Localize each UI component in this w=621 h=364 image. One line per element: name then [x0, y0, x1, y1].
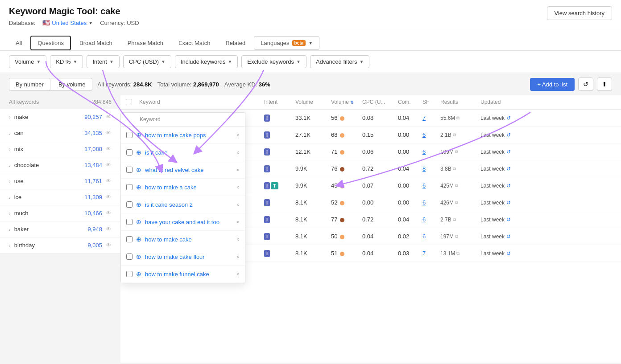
list-item[interactable]: › can 34,135 👁: [0, 125, 120, 141]
eye-icon[interactable]: 👁: [106, 242, 112, 249]
list-item[interactable]: › baker 9,948 👁: [0, 221, 120, 237]
popup-checkbox[interactable]: [126, 184, 132, 190]
eye-icon[interactable]: 👁: [106, 114, 112, 120]
sidebar-count: 9,948: [87, 226, 102, 233]
add-to-list-button[interactable]: + Add to list: [530, 78, 575, 91]
popup-checkbox[interactable]: [126, 132, 132, 138]
popup-keyword-link[interactable]: is it cake season 2: [145, 201, 233, 208]
kd-cell: 68: [331, 131, 362, 138]
popup-row[interactable]: ⊕ how to make a cake »: [121, 179, 245, 196]
popup-row[interactable]: ⊕ is it cake season 2 »: [121, 196, 245, 213]
sf-cell[interactable]: 6: [422, 233, 440, 240]
popup-row[interactable]: ⊕ have your cake and eat it too »: [121, 213, 245, 231]
all-keywords-label: All keywords:: [98, 81, 132, 88]
advanced-filters-button[interactable]: Advanced filters ▼: [310, 55, 369, 68]
sf-cell[interactable]: 6: [422, 131, 440, 138]
keyword-column-header[interactable]: Keyword: [139, 99, 264, 105]
results-column-header[interactable]: Results: [440, 99, 480, 105]
popup-checkbox[interactable]: [126, 201, 132, 208]
popup-row[interactable]: ⊕ is it cake »: [121, 144, 245, 161]
cpc-cell: 0.04: [362, 250, 398, 257]
eye-icon[interactable]: 👁: [106, 210, 112, 217]
eye-icon[interactable]: 👁: [106, 178, 112, 184]
sf-cell[interactable]: 8: [422, 165, 440, 172]
exclude-keywords-filter[interactable]: Exclude keywords ▼: [241, 55, 306, 68]
kd-column-header[interactable]: Volume ⇅: [331, 99, 362, 105]
popup-keyword-link[interactable]: how to make cake pops: [145, 132, 233, 139]
export-button[interactable]: ⬆: [597, 78, 612, 91]
popup-row[interactable]: ⊕ how to make cake »: [121, 231, 245, 248]
tab-all[interactable]: All: [9, 36, 29, 50]
popup-keyword-link[interactable]: how to make a cake: [145, 184, 233, 191]
popup-row[interactable]: ⊕ what is red velvet cake »: [121, 161, 245, 179]
tab-broad-match[interactable]: Broad Match: [73, 36, 119, 50]
list-item[interactable]: › chocolate 13,484 👁: [0, 157, 120, 173]
popup-checkbox[interactable]: [126, 219, 132, 225]
cpc-column-header[interactable]: CPC (U...: [362, 99, 398, 105]
popup-row[interactable]: ⊕ how to make funnel cake »: [121, 266, 245, 283]
sf-cell[interactable]: 6: [422, 216, 440, 223]
eye-icon[interactable]: 👁: [106, 226, 112, 233]
tab-exact-match[interactable]: Exact Match: [172, 36, 217, 50]
popup-checkbox[interactable]: [126, 167, 132, 173]
chevron-down-icon: ▼: [161, 59, 166, 64]
results-cell: 2.7B ⧉: [440, 217, 480, 223]
popup-row[interactable]: ⊕ how to make cake pops »: [121, 127, 245, 144]
popup-keyword-link[interactable]: have your cake and eat it too: [145, 219, 233, 225]
sf-cell[interactable]: 7: [422, 115, 440, 121]
intent-column-header[interactable]: Intent: [264, 99, 295, 105]
eye-icon[interactable]: 👁: [106, 194, 112, 200]
sf-cell[interactable]: 6: [422, 148, 440, 155]
refresh-button[interactable]: ↺: [578, 78, 593, 91]
cpc-filter[interactable]: CPC (USD) ▼: [123, 55, 171, 68]
com-column-header[interactable]: Com.: [398, 99, 422, 105]
by-volume-button[interactable]: By volume: [52, 78, 92, 90]
volume-filter[interactable]: Volume ▼: [9, 55, 46, 68]
intent-filter[interactable]: Intent ▼: [87, 55, 119, 68]
popup-keyword-link[interactable]: how to make cake flour: [145, 254, 233, 260]
tab-questions[interactable]: Questions: [30, 36, 71, 50]
tab-phrase-match[interactable]: Phrase Match: [121, 36, 170, 50]
updated-cell: Last week ↺: [480, 250, 525, 257]
kd-filter[interactable]: KD % ▼: [50, 55, 83, 68]
tab-languages[interactable]: Languages beta ▼: [254, 36, 319, 50]
sf-cell[interactable]: 6: [422, 199, 440, 206]
sf-column-header[interactable]: SF: [422, 99, 440, 105]
sidebar-count: 9,005: [87, 242, 102, 249]
popup-keyword-link[interactable]: is it cake: [145, 149, 233, 156]
com-cell: 0.04: [398, 115, 422, 121]
popup-checkbox[interactable]: [126, 149, 132, 155]
sf-cell[interactable]: 6: [422, 182, 440, 189]
list-item[interactable]: › mix 17,088 👁: [0, 141, 120, 157]
tab-related[interactable]: Related: [219, 36, 252, 50]
include-keywords-filter[interactable]: Include keywords ▼: [175, 55, 238, 68]
list-item[interactable]: › use 11,761 👁: [0, 173, 120, 189]
by-number-button[interactable]: By number: [9, 78, 50, 90]
popup-checkbox[interactable]: [126, 254, 132, 260]
popup-keyword-link[interactable]: how to make funnel cake: [145, 271, 233, 278]
popup-checkbox[interactable]: [126, 271, 132, 277]
eye-icon[interactable]: 👁: [106, 130, 112, 136]
popup-keyword-link[interactable]: what is red velvet cake: [145, 167, 233, 173]
popup-keyword-link[interactable]: how to make cake: [145, 236, 233, 243]
database-selector[interactable]: 🇺🇸 United States ▼: [42, 19, 93, 26]
sf-cell[interactable]: 7: [422, 250, 440, 257]
updated-cell: Last week ↺: [480, 166, 525, 172]
list-item[interactable]: › birthday 9,005 👁: [0, 237, 120, 254]
volume-column-header[interactable]: Volume: [295, 99, 331, 105]
eye-icon[interactable]: 👁: [106, 162, 112, 168]
eye-icon[interactable]: 👁: [106, 146, 112, 152]
view-history-button[interactable]: View search history: [547, 6, 612, 20]
currency-label: Currency: USD: [100, 20, 139, 26]
expand-icon: ›: [9, 227, 11, 232]
updated-column-header[interactable]: Updated: [480, 99, 525, 105]
popup-row[interactable]: ⊕ how to make cake flour »: [121, 248, 245, 266]
list-item[interactable]: › much 10,466 👁: [0, 205, 120, 221]
chevron-down-icon: ▼: [36, 59, 41, 64]
list-item[interactable]: › ice 11,309 👁: [0, 189, 120, 205]
expand-icon: ›: [9, 211, 11, 216]
expand-icon: ›: [9, 147, 11, 152]
popup-checkbox[interactable]: [126, 236, 132, 242]
list-item[interactable]: › make 90,257 👁: [0, 109, 120, 125]
cpc-label: CPC (USD): [129, 58, 159, 65]
